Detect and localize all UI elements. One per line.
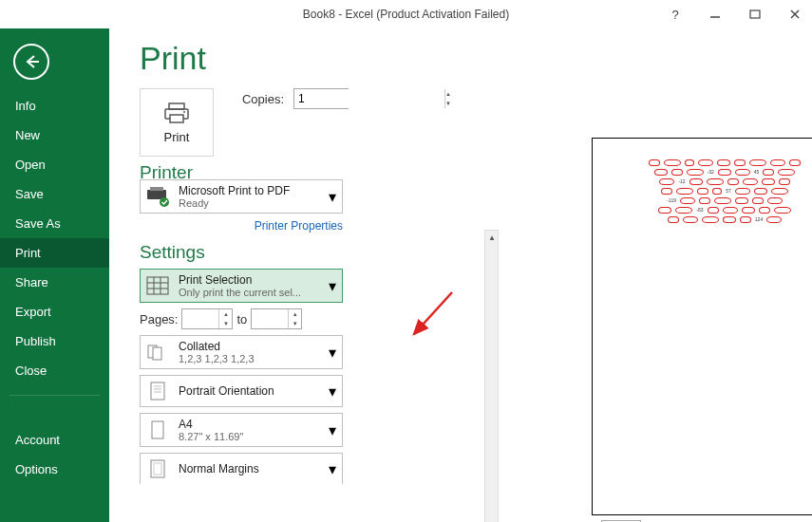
print-button[interactable]: Print	[140, 88, 214, 157]
page-to-input[interactable]	[252, 309, 288, 328]
printer-icon	[163, 102, 190, 124]
help-icon[interactable]: ?	[664, 3, 687, 26]
sidebar-item-label: Info	[15, 99, 36, 113]
chevron-down-icon: ▾	[327, 191, 338, 202]
sidebar-item-save[interactable]: Save	[0, 179, 109, 209]
titlebar: Book8 - Excel (Product Activation Failed…	[0, 0, 812, 28]
printer-status-icon	[144, 185, 171, 208]
svg-rect-4	[169, 103, 184, 109]
printer-select[interactable]: Microsoft Print to PDF Ready ▾	[140, 179, 343, 214]
backstage-sidebar: Info New Open Save Save As Print Share E…	[0, 28, 109, 522]
chevron-down-icon: ▾	[327, 463, 338, 475]
chevron-down-icon[interactable]: ▼	[445, 99, 451, 108]
settings-scrollbar[interactable]: ▲ ▼	[484, 230, 499, 522]
chevron-up-icon[interactable]: ▲	[485, 231, 499, 244]
copies-label: Copies:	[242, 92, 284, 106]
paper-main: A4	[179, 418, 319, 431]
preview-footer: ◄ of 1 ►	[575, 516, 812, 522]
page-from-stepper[interactable]: ▲▼	[181, 308, 233, 329]
minimize-button[interactable]	[704, 3, 727, 26]
sidebar-item-label: Open	[15, 158, 46, 172]
margins-select[interactable]: Normal Margins ▾	[140, 453, 343, 484]
pages-to-label: to	[236, 312, 247, 326]
sidebar-item-label: Account	[15, 433, 60, 447]
sidebar-item-saveas[interactable]: Save As	[0, 209, 109, 238]
sidebar-item-label: Print	[15, 246, 41, 260]
print-backstage-main: Print Print Copies: ▲▼	[109, 28, 812, 522]
sidebar-item-publish[interactable]: Publish	[0, 326, 109, 356]
paper-sub: 8.27" x 11.69"	[179, 431, 319, 442]
copies-stepper[interactable]: ▲▼	[293, 88, 349, 109]
paper-size-select[interactable]: A4 8.27" x 11.69" ▾	[140, 413, 343, 447]
sidebar-item-share[interactable]: Share	[0, 268, 109, 297]
sidebar-item-print[interactable]: Print	[0, 238, 109, 268]
chevron-down-icon: ▾	[327, 385, 338, 397]
arrow-left-icon	[22, 52, 41, 71]
sidebar-item-label: Share	[15, 275, 48, 289]
sheet-selection-icon	[144, 274, 171, 297]
margins-main: Normal Margins	[179, 462, 319, 475]
back-button[interactable]	[13, 44, 49, 80]
sidebar-item-label: New	[15, 128, 40, 142]
printer-heading: Printer	[140, 162, 349, 179]
chevron-up-icon[interactable]: ▲	[445, 89, 451, 99]
sidebar-item-export[interactable]: Export	[0, 297, 109, 326]
orientation-select[interactable]: Portrait Orientation ▾	[140, 375, 343, 407]
sidebar-item-info[interactable]: Info	[0, 91, 109, 121]
maximize-button[interactable]	[744, 3, 766, 26]
collate-select[interactable]: Collated 1,2,3 1,2,3 1,2,3 ▾	[140, 335, 343, 369]
svg-rect-6	[170, 115, 183, 122]
sidebar-item-label: Publish	[15, 334, 56, 348]
print-area-select[interactable]: Print Selection Only print the current s…	[140, 269, 343, 303]
preview-page: -3245 -12 57 -119 -83 124	[592, 138, 812, 515]
printer-name: Microsoft Print to PDF	[179, 184, 319, 197]
svg-rect-24	[154, 463, 161, 475]
svg-point-7	[183, 111, 185, 113]
pages-label: Pages:	[140, 312, 178, 326]
page-range-row: Pages: ▲▼ to ▲▼	[140, 308, 343, 329]
sidebar-item-label: Close	[15, 364, 47, 378]
orientation-icon	[144, 380, 171, 402]
collate-icon	[144, 341, 171, 364]
page-icon	[144, 419, 171, 441]
sidebar-item-open[interactable]: Open	[0, 150, 109, 179]
svg-point-10	[160, 197, 169, 207]
page-to-stepper[interactable]: ▲▼	[251, 308, 302, 329]
copies-input[interactable]	[294, 89, 444, 108]
svg-rect-1	[750, 10, 760, 18]
sidebar-item-label: Save	[15, 187, 44, 201]
window-controls: ?	[664, 0, 806, 28]
svg-rect-11	[147, 277, 168, 294]
orientation-main: Portrait Orientation	[179, 384, 319, 398]
print-button-label: Print	[164, 130, 190, 144]
chevron-up-icon[interactable]: ▲	[219, 309, 232, 319]
svg-line-25	[414, 292, 452, 334]
print-area-main: Print Selection	[179, 273, 319, 287]
svg-rect-22	[152, 421, 163, 438]
chevron-down-icon[interactable]: ▼	[289, 319, 301, 328]
svg-rect-9	[150, 187, 163, 191]
sidebar-divider	[9, 395, 100, 421]
close-button[interactable]	[784, 3, 806, 26]
sidebar-item-label: Export	[15, 305, 51, 319]
collate-sub: 1,2,3 1,2,3 1,2,3	[179, 353, 319, 364]
print-preview-pane: ▲ ▼ -3245 -12 57 -119 -83 124 ◄	[575, 85, 812, 522]
page-title: Print	[140, 40, 349, 77]
sidebar-item-label: Options	[15, 462, 58, 476]
chevron-down-icon: ▾	[327, 424, 338, 436]
sidebar-item-new[interactable]: New	[0, 121, 109, 150]
svg-rect-17	[153, 347, 161, 360]
sidebar-item-close[interactable]: Close	[0, 356, 109, 385]
sidebar-item-options[interactable]: Options	[0, 455, 109, 484]
sidebar-item-account[interactable]: Account	[0, 425, 109, 455]
print-area-sub: Only print the current sel...	[179, 287, 319, 298]
printer-properties-link[interactable]: Printer Properties	[140, 219, 343, 233]
margins-icon	[144, 457, 171, 480]
chevron-down-icon: ▾	[327, 280, 338, 291]
collate-main: Collated	[179, 340, 319, 353]
window-title: Book8 - Excel (Product Activation Failed…	[303, 8, 509, 21]
chevron-up-icon[interactable]: ▲	[289, 309, 301, 319]
page-from-input[interactable]	[182, 309, 218, 328]
printer-status: Ready	[179, 197, 319, 209]
chevron-down-icon[interactable]: ▼	[219, 319, 232, 328]
